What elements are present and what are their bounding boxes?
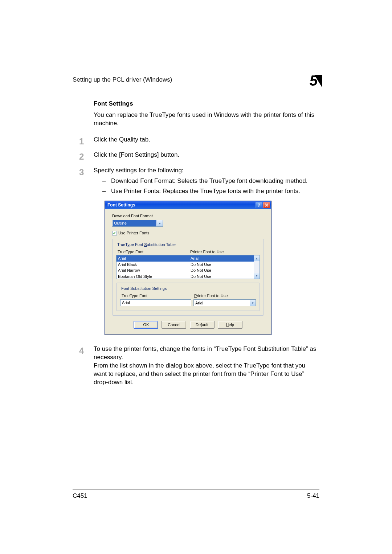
table-row[interactable]: Arial Arial xyxy=(117,255,260,262)
step-3-text: Specify settings for the following: xyxy=(94,167,319,175)
scrollbar[interactable]: ▴ ▾ xyxy=(254,255,260,279)
bullet-dash-icon: – xyxy=(102,187,111,196)
step-4-text-a: To use the printer fonts, change the fon… xyxy=(94,345,319,362)
help-icon[interactable]: ? xyxy=(256,202,262,208)
download-font-format-combo[interactable]: Outline ▾ xyxy=(112,220,163,227)
help-button[interactable]: Help xyxy=(218,321,242,329)
scroll-down-icon[interactable]: ▾ xyxy=(254,273,260,279)
footer-left: C451 xyxy=(73,492,87,500)
step-1-text: Click the Quality tab. xyxy=(94,136,319,147)
scroll-up-icon[interactable]: ▴ xyxy=(254,255,260,261)
substitution-table-group: TrueType Font Substitution Table TrueTyp… xyxy=(112,239,264,316)
footer-right: 5-41 xyxy=(307,492,319,500)
close-icon[interactable]: ✕ xyxy=(263,202,270,208)
step-2-text: Click the [Font Settings] button. xyxy=(94,151,319,163)
cancel-button[interactable]: Cancel xyxy=(162,321,186,329)
running-head: Setting up the PCL driver (Windows) xyxy=(73,76,172,83)
substitution-listbox[interactable]: Arial Arial Arial Black Do Not Use Arial… xyxy=(116,255,260,279)
download-font-format-label: Download Font Format xyxy=(112,213,264,219)
font-settings-dialog: Font Settings ? ✕ Download Font Format O… xyxy=(105,201,271,335)
g2-label-printerfont: Printer Font to Use xyxy=(193,293,256,299)
col-header-printerfont: Printer Font to Use xyxy=(189,249,260,255)
table-row[interactable]: Arial Black Do Not Use xyxy=(117,262,260,268)
section-heading: Font Settings xyxy=(94,100,319,108)
font-substitution-settings-legend: Font Substitution Settings xyxy=(120,286,168,291)
step-number-1: 1 xyxy=(79,136,94,147)
table-row[interactable]: Bookman Old Style Do Not Use xyxy=(117,274,260,279)
dialog-titlebar[interactable]: Font Settings ? ✕ xyxy=(105,201,271,209)
table-row[interactable]: Arial Narrow Do Not Use xyxy=(117,267,260,274)
font-substitution-settings-group: Font Substitution Settings TrueType Font… xyxy=(116,283,260,311)
use-printer-fonts-label: Use Printer Fonts xyxy=(118,230,150,236)
chevron-down-icon[interactable]: ▾ xyxy=(157,220,163,226)
chapter-badge: 5 xyxy=(310,73,322,88)
chapter-number: 5 xyxy=(310,73,318,88)
default-button[interactable]: Default xyxy=(190,321,215,329)
ok-button[interactable]: OK xyxy=(134,321,158,329)
truetype-font-readonly: Arial xyxy=(120,299,191,306)
printer-font-combo[interactable]: Arial ▾ xyxy=(193,299,256,306)
step-number-2: 2 xyxy=(79,151,94,163)
step-3-bullet-2: Use Printer Fonts: Replaces the TrueType… xyxy=(111,187,300,196)
checkmark-icon: ✓ xyxy=(112,231,117,235)
step-number-3: 3 xyxy=(79,167,94,196)
g2-label-truetype: TrueType Font xyxy=(120,293,193,299)
step-number-4: 4 xyxy=(79,345,94,387)
download-font-format-value: Outline xyxy=(113,220,156,226)
step-3-bullet-1: Download Font Format: Selects the TrueTy… xyxy=(111,177,307,185)
printer-font-value: Arial xyxy=(194,300,250,306)
bullet-dash-icon: – xyxy=(102,177,111,185)
chevron-down-icon[interactable]: ▾ xyxy=(250,300,256,306)
col-header-truetype: TrueType Font xyxy=(116,249,189,255)
step-4-text-b: From the list shown in the dialog box ab… xyxy=(94,362,319,387)
substitution-table-legend: TrueType Font Substitution Table xyxy=(116,242,177,247)
section-intro: You can replace the TrueType fonts used … xyxy=(94,111,319,128)
dialog-title: Font Settings xyxy=(107,202,255,208)
use-printer-fonts-checkbox[interactable]: ✓ Use Printer Fonts xyxy=(112,230,264,236)
